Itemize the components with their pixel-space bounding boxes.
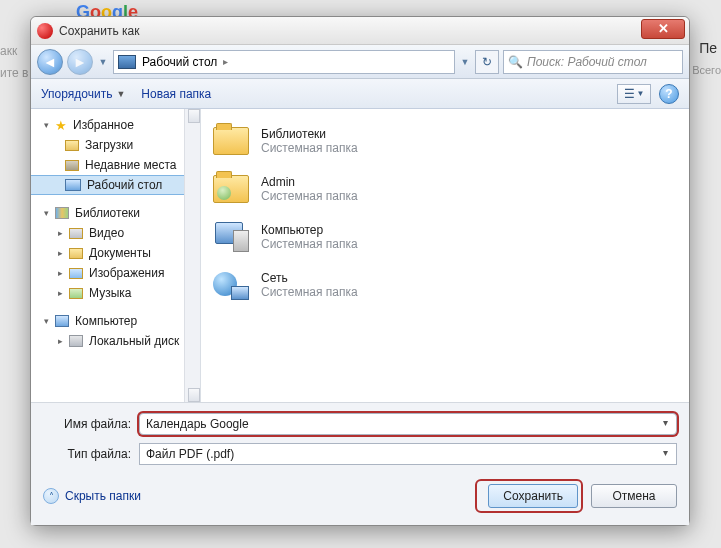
filetype-label: Тип файла: xyxy=(43,447,131,461)
save-as-dialog: Сохранить как ✕ ◄ ► ▼ Рабочий стол ▸ ▼ ↻… xyxy=(30,16,690,526)
sidebar-item-favorites[interactable]: ▾★Избранное xyxy=(31,115,200,135)
save-button[interactable]: Сохранить xyxy=(488,484,578,508)
sidebar-item-libraries[interactable]: ▾Библиотеки xyxy=(31,203,200,223)
breadcrumb-dropdown[interactable]: ▼ xyxy=(459,51,471,73)
sidebar-item-local-disk[interactable]: ▸Локальный диск xyxy=(31,331,200,351)
back-button[interactable]: ◄ xyxy=(37,49,63,75)
sidebar-item-desktop[interactable]: Рабочий стол xyxy=(31,175,200,195)
network-icon xyxy=(213,270,249,300)
bg-text: ите в xyxy=(0,66,28,80)
view-button[interactable]: ☰▼ xyxy=(617,84,651,104)
chevron-up-icon: ˄ xyxy=(43,488,59,504)
sidebar-item-video[interactable]: ▸Видео xyxy=(31,223,200,243)
list-item[interactable]: КомпьютерСистемная папка xyxy=(211,213,679,261)
bg-text: акк xyxy=(0,44,17,58)
chevron-down-icon[interactable]: ▾ xyxy=(658,447,672,461)
file-list[interactable]: БиблиотекиСистемная папка AdminСистемная… xyxy=(201,109,689,402)
cancel-button[interactable]: Отмена xyxy=(591,484,677,508)
titlebar: Сохранить как ✕ xyxy=(31,17,689,45)
sidebar-item-recent[interactable]: Недавние места xyxy=(31,155,200,175)
user-folder-icon xyxy=(213,175,249,203)
close-button[interactable]: ✕ xyxy=(641,19,685,39)
new-folder-button[interactable]: Новая папка xyxy=(141,87,211,101)
list-item[interactable]: AdminСистемная папка xyxy=(211,165,679,213)
opera-icon xyxy=(37,23,53,39)
bg-text: Пе xyxy=(699,40,717,56)
refresh-button[interactable]: ↻ xyxy=(475,50,499,74)
sidebar-scrollbar[interactable] xyxy=(184,109,200,402)
bg-text: Всего xyxy=(692,64,721,76)
dialog-title: Сохранить как xyxy=(59,24,139,38)
folder-icon xyxy=(213,127,249,155)
sidebar-item-pictures[interactable]: ▸Изображения xyxy=(31,263,200,283)
breadcrumb-location: Рабочий стол xyxy=(142,55,217,69)
list-item[interactable]: БиблиотекиСистемная папка xyxy=(211,117,679,165)
filetype-select[interactable]: Файл PDF (.pdf) ▾ xyxy=(139,443,677,465)
sidebar-item-computer[interactable]: ▾Компьютер xyxy=(31,311,200,331)
sidebar-item-downloads[interactable]: Загрузки xyxy=(31,135,200,155)
computer-icon xyxy=(213,222,249,252)
sidebar-item-documents[interactable]: ▸Документы xyxy=(31,243,200,263)
search-input[interactable]: 🔍 Поиск: Рабочий стол xyxy=(503,50,683,74)
hide-folders-link[interactable]: ˄ Скрыть папки xyxy=(43,488,141,504)
help-button[interactable]: ? xyxy=(659,84,679,104)
nav-bar: ◄ ► ▼ Рабочий стол ▸ ▼ ↻ 🔍 Поиск: Рабочи… xyxy=(31,45,689,79)
search-icon: 🔍 xyxy=(508,55,523,69)
sidebar: ▾★Избранное Загрузки Недавние места Рабо… xyxy=(31,109,201,402)
bottom-panel: Имя файла: Календарь Google ▾ Тип файла:… xyxy=(31,402,689,525)
organize-button[interactable]: Упорядочить▼ xyxy=(41,87,125,101)
history-dropdown[interactable]: ▼ xyxy=(97,51,109,73)
list-item[interactable]: СетьСистемная папка xyxy=(211,261,679,309)
sidebar-item-music[interactable]: ▸Музыка xyxy=(31,283,200,303)
chevron-down-icon[interactable]: ▾ xyxy=(658,417,672,431)
forward-button[interactable]: ► xyxy=(67,49,93,75)
search-placeholder: Поиск: Рабочий стол xyxy=(527,55,647,69)
desktop-icon xyxy=(118,55,136,69)
breadcrumb[interactable]: Рабочий стол ▸ xyxy=(113,50,455,74)
toolbar: Упорядочить▼ Новая папка ☰▼ ? xyxy=(31,79,689,109)
chevron-right-icon: ▸ xyxy=(223,56,228,67)
filename-input[interactable]: Календарь Google ▾ xyxy=(139,413,677,435)
filename-label: Имя файла: xyxy=(43,417,131,431)
